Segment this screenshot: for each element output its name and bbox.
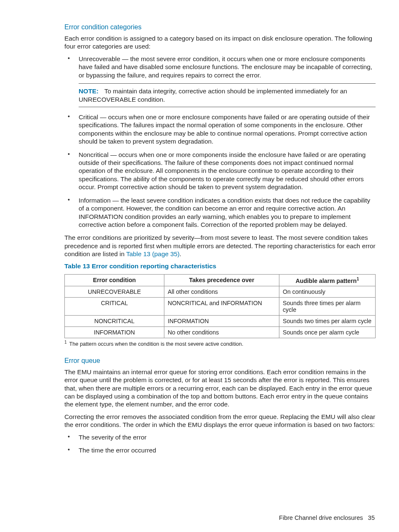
cell: NONCRITICAL: [65, 316, 164, 327]
table-footnote: 1The pattern occurs when the condition i…: [64, 340, 376, 347]
footer-page-number: 35: [368, 514, 375, 521]
heading-error-categories: Error condition categories: [64, 23, 376, 31]
cell: INFORMATION: [65, 327, 164, 338]
cell: UNRECOVERABLE: [65, 286, 164, 298]
list-item: The severity of the error: [64, 433, 376, 441]
table-header-row: Error condition Takes precedence over Au…: [65, 274, 376, 286]
cell: All other conditions: [164, 286, 279, 298]
page-footer: Fibre Channel drive enclosures 35: [279, 514, 375, 521]
priority-text-a: The error conditions are prioritized by …: [64, 234, 376, 257]
note-label: NOTE:: [79, 87, 99, 95]
cell: Sounds two times per alarm cycle: [279, 316, 376, 327]
list-item: The time the error occurred: [64, 446, 376, 454]
col-header: Error condition: [65, 274, 164, 286]
cell: CRITICAL: [65, 298, 164, 316]
list-item: Information — the least severe condition…: [64, 196, 376, 229]
footer-section: Fibre Channel drive enclosures: [279, 514, 363, 521]
footnote-text: The pattern occurs when the condition is…: [69, 342, 243, 347]
col-header: Audible alarm pattern1: [279, 274, 376, 286]
priority-paragraph: The error conditions are prioritized by …: [64, 234, 376, 258]
list-item: Critical — occurs when one or more enclo…: [64, 113, 376, 146]
cell: Sounds three times per alarm cycle: [279, 298, 376, 316]
cell: NONCRITICAL and INFORMATION: [164, 298, 279, 316]
table-caption: Table 13 Error condition reporting chara…: [64, 262, 376, 270]
cell: On continuously: [279, 286, 376, 298]
list-item: Unrecoverable — the most severe error co…: [64, 55, 376, 107]
col-header: Takes precedence over: [164, 274, 279, 286]
table-row: UNRECOVERABLE All other conditions On co…: [65, 286, 376, 298]
factors-list: The severity of the error The time the e…: [64, 433, 376, 455]
header-superscript: 1: [357, 277, 359, 281]
footnote-superscript: 1: [64, 340, 67, 344]
heading-error-queue: Error queue: [64, 357, 376, 365]
cell: No other conditions: [164, 327, 279, 338]
category-list: Unrecoverable — the most severe error co…: [64, 55, 376, 229]
col-header-text: Audible alarm pattern: [296, 277, 357, 284]
category-text: Unrecoverable — the most severe error co…: [79, 55, 372, 79]
error-queue-p2: Correcting the error removes the associa…: [64, 413, 376, 429]
error-condition-table: Error condition Takes precedence over Au…: [64, 274, 376, 339]
table-crossref-link[interactable]: Table 13 (page 35): [126, 250, 180, 257]
table-row: INFORMATION No other conditions Sounds o…: [65, 327, 376, 338]
intro-paragraph: Each error condition is assigned to a ca…: [64, 34, 376, 51]
cell: Sounds once per alarm cycle: [279, 327, 376, 338]
note-text: To maintain data integrity, corrective a…: [79, 87, 347, 103]
priority-text-b: .: [179, 250, 181, 257]
note-box: NOTE:To maintain data integrity, correct…: [79, 83, 376, 107]
list-item: Noncritical — occurs when one or more co…: [64, 151, 376, 191]
table-row: NONCRITICAL INFORMATION Sounds two times…: [65, 316, 376, 327]
error-queue-p1: The EMU maintains an internal error queu…: [64, 368, 376, 409]
cell: INFORMATION: [164, 316, 279, 327]
table-row: CRITICAL NONCRITICAL and INFORMATION Sou…: [65, 298, 376, 316]
